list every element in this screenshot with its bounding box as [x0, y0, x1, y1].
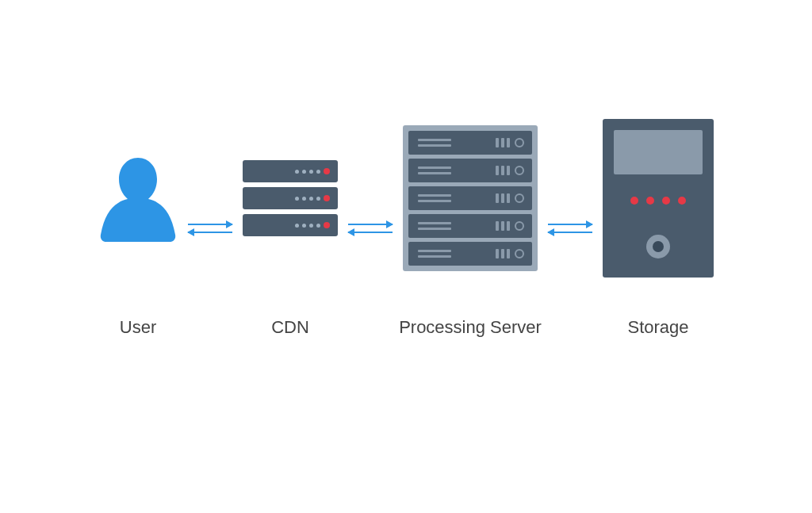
arrows-cdn-server [348, 149, 393, 308]
arrow-right-icon [188, 224, 232, 225]
server-unit [408, 131, 532, 155]
node-storage: Storage [599, 119, 718, 338]
arrow-left-icon [348, 232, 393, 233]
arrow-right-icon [548, 224, 592, 225]
cdn-unit [243, 187, 338, 209]
server-label: Processing Server [399, 317, 542, 338]
node-cdn: CDN [239, 119, 342, 338]
storage-screen [614, 130, 703, 174]
arrows-server-storage [548, 149, 592, 308]
server-stack-icon [243, 160, 338, 236]
rack-server-icon [403, 125, 538, 271]
arrow-right-icon [348, 224, 393, 225]
storage-leds [630, 197, 686, 205]
user-icon-box [94, 119, 182, 278]
arrows-user-cdn [188, 149, 232, 308]
server-unit [408, 186, 532, 210]
arrow-left-icon [548, 232, 592, 233]
node-processing-server: Processing Server [399, 119, 542, 338]
architecture-diagram: User CDN [0, 119, 812, 338]
user-label: User [94, 317, 182, 338]
server-unit [408, 214, 532, 238]
arrow-left-icon [188, 232, 232, 233]
node-user: User [94, 119, 182, 338]
server-unit [408, 242, 532, 266]
user-silhouette-icon [98, 155, 178, 242]
cdn-unit [243, 160, 338, 182]
cdn-label: CDN [239, 317, 342, 338]
storage-icon-box [599, 119, 718, 278]
storage-label: Storage [599, 317, 718, 338]
storage-tower-icon [603, 119, 714, 278]
power-button-icon [646, 235, 670, 258]
server-unit [408, 159, 532, 182]
cdn-icon-box [239, 119, 342, 278]
server-icon-box [399, 119, 542, 278]
cdn-unit [243, 214, 338, 236]
